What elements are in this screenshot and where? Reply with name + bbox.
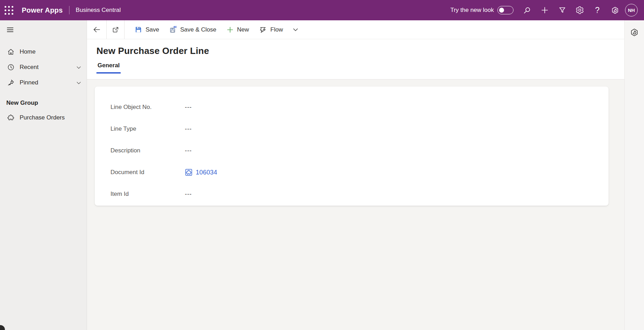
- sidebar-item-pinned[interactable]: Pinned: [0, 75, 87, 90]
- chevron-down-icon: [292, 26, 299, 33]
- new-look-toggle[interactable]: [497, 6, 514, 14]
- new-label: New: [237, 26, 249, 33]
- power-platform-button[interactable]: [606, 0, 624, 20]
- tab-general[interactable]: General: [96, 62, 121, 74]
- save-icon: [134, 26, 142, 34]
- power-platform-icon: [630, 28, 639, 37]
- question-mark-icon: ?: [595, 6, 600, 14]
- command-bar: Save Save & Close New: [87, 20, 624, 39]
- open-in-new-window-icon: [112, 26, 119, 34]
- sidebar: Home Recent Pinned: [0, 20, 87, 330]
- power-platform-icon: [611, 6, 619, 15]
- save-and-close-button[interactable]: Save & Close: [164, 20, 221, 39]
- field-value[interactable]: ---: [185, 147, 192, 154]
- popout-button[interactable]: [107, 20, 124, 39]
- new-plus-icon: [226, 26, 234, 34]
- try-new-look-label: Try the new look: [450, 7, 494, 14]
- field-value[interactable]: ---: [185, 191, 192, 198]
- field-label: Document Id: [110, 169, 185, 176]
- sidebar-collapse-button[interactable]: [0, 20, 20, 39]
- sidebar-item-label: Purchase Orders: [20, 114, 65, 121]
- field-value[interactable]: ---: [185, 104, 192, 111]
- filter-button[interactable]: [554, 0, 571, 20]
- save-label: Save: [146, 26, 159, 33]
- field-label: Description: [110, 147, 185, 154]
- new-button[interactable]: New: [221, 20, 254, 39]
- chevron-down-icon[interactable]: [76, 80, 82, 86]
- gear-icon: [576, 6, 584, 14]
- search-icon: [523, 6, 531, 14]
- search-button[interactable]: [518, 0, 536, 20]
- settings-button[interactable]: [571, 0, 589, 20]
- filter-icon: [558, 6, 566, 14]
- general-section-card: Line Object No. --- Line Type --- Descri…: [95, 87, 609, 206]
- plus-icon: [541, 6, 549, 14]
- sidebar-item-home[interactable]: Home: [0, 44, 87, 60]
- save-button[interactable]: Save: [129, 20, 164, 39]
- field-row-line-type: Line Type ---: [110, 118, 609, 140]
- form-content: Line Object No. --- Line Type --- Descri…: [87, 80, 624, 330]
- document-id-lookup[interactable]: 106034: [185, 169, 217, 176]
- sidebar-item-label: Recent: [20, 64, 39, 71]
- sidebar-item-recent[interactable]: Recent: [0, 60, 87, 75]
- sidebar-item-purchase-orders[interactable]: Purchase Orders: [0, 110, 87, 125]
- puzzle-icon: [7, 114, 15, 122]
- pin-icon: [7, 79, 15, 87]
- sidebar-group-label: New Group: [0, 90, 87, 110]
- field-row-item-id: Item Id ---: [110, 183, 609, 205]
- back-button[interactable]: [87, 20, 106, 39]
- chevron-down-icon[interactable]: [76, 64, 82, 70]
- save-and-close-label: Save & Close: [180, 26, 216, 33]
- add-button[interactable]: [536, 0, 554, 20]
- main-area: Save Save & Close New: [87, 20, 624, 330]
- hamburger-icon: [6, 26, 14, 34]
- toggle-knob: [499, 8, 504, 13]
- field-row-document-id: Document Id 106034: [110, 161, 609, 183]
- sidebar-item-label: Pinned: [20, 79, 38, 86]
- back-arrow-icon: [93, 26, 101, 34]
- document-id-link[interactable]: 106034: [196, 169, 217, 176]
- flow-label: Flow: [270, 26, 283, 33]
- flow-button[interactable]: Flow: [254, 20, 288, 39]
- app-name[interactable]: Power Apps: [22, 6, 63, 14]
- page-header: New Purchase Order Line General: [87, 39, 624, 80]
- field-row-description: Description ---: [110, 140, 609, 161]
- account-avatar[interactable]: NH: [625, 4, 638, 16]
- help-button[interactable]: ?: [589, 0, 606, 20]
- app-header: Power Apps Business Central Try the new …: [0, 0, 644, 20]
- header-divider: [69, 6, 69, 14]
- field-row-line-object-no: Line Object No. ---: [110, 96, 609, 118]
- environment-name[interactable]: Business Central: [76, 7, 121, 14]
- field-label: Line Type: [110, 125, 185, 132]
- try-new-look-control: Try the new look: [450, 6, 514, 14]
- right-rail: [624, 20, 644, 330]
- page-title: New Purchase Order Line: [96, 46, 624, 56]
- record-puzzle-icon: [185, 169, 193, 176]
- app-launcher-button[interactable]: [0, 0, 18, 20]
- save-and-close-icon: [169, 26, 177, 34]
- field-value[interactable]: ---: [185, 125, 192, 132]
- flow-icon: [259, 26, 267, 34]
- field-label: Item Id: [110, 191, 185, 198]
- clock-icon: [7, 63, 15, 71]
- field-label: Line Object No.: [110, 104, 185, 111]
- avatar-initials: NH: [628, 8, 635, 13]
- home-icon: [7, 48, 15, 56]
- more-commands-button[interactable]: [288, 26, 303, 33]
- sidebar-item-label: Home: [20, 48, 35, 55]
- power-platform-panel-button[interactable]: [628, 25, 642, 39]
- waffle-icon: [5, 6, 13, 15]
